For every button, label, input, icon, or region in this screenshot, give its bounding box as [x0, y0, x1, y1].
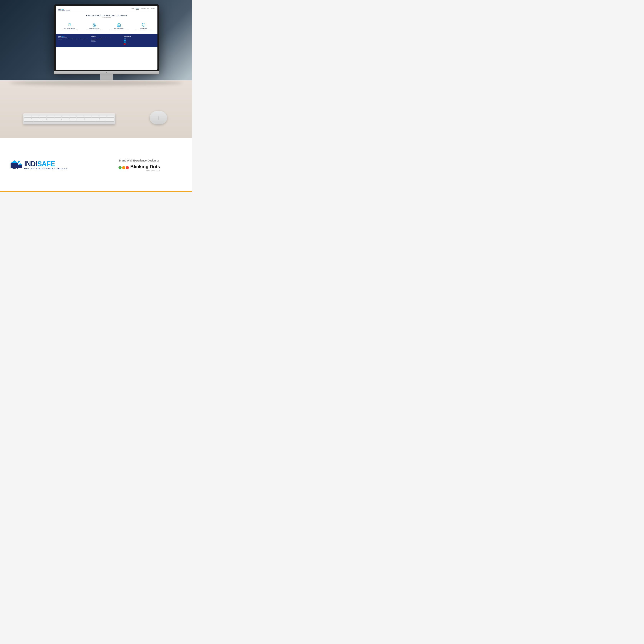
logo-indi: INDI: [58, 8, 61, 10]
svg-rect-3: [11, 163, 18, 169]
social-twitter[interactable]: t Twitter: [124, 40, 155, 41]
bottom-branding-area: INDISAFE MOVING & STORAGE SOLUTIONS Bran…: [0, 138, 192, 192]
key: [92, 119, 99, 120]
key: [32, 118, 39, 119]
hero-subtitle: The Indisafe Advantage: [60, 17, 154, 18]
full-service-icon: [58, 23, 81, 28]
imac-screen: INDISAFE MOVING & STORAGE SOLUTIONS HOME…: [56, 6, 157, 70]
outer-container: INDISAFE MOVING & STORAGE SOLUTIONS HOME…: [0, 0, 192, 192]
secure-desc: State-of-the-art security measures at ou…: [83, 30, 106, 30]
key: [62, 118, 69, 119]
keyboard: [23, 113, 115, 124]
key: [39, 119, 46, 120]
big-logo-text: INDISAFE MOVING & STORAGE SOLUTIONS: [24, 161, 67, 170]
key: [39, 116, 46, 117]
features-section: FULL-SERVICE STORAGE From planning, pack…: [56, 20, 157, 34]
key: [33, 120, 42, 121]
contact-title: Contact Us: [91, 36, 122, 37]
insured-icon: [132, 23, 155, 28]
full-service-desc: From planning, packing, pick-up, drop an…: [58, 30, 81, 30]
key: [105, 120, 114, 121]
full-service-title: FULL-SERVICE STORAGE: [58, 28, 81, 29]
key: [32, 116, 39, 117]
key: [70, 118, 77, 119]
blinking-dots-name: Blinking Dots: [130, 164, 160, 169]
nav-services[interactable]: SERVICES: [141, 8, 146, 10]
svg-rect-5: [18, 165, 22, 168]
site-logo: INDISAFE MOVING & STORAGE SOLUTIONS: [58, 7, 70, 11]
credit-area: Brand Web Experience Design by Blinking …: [96, 159, 182, 171]
insured-desc: Get a protective cover for your trip wit…: [132, 30, 155, 30]
indisafe-logo-icon: [10, 159, 23, 171]
key: [69, 116, 77, 117]
key: [24, 116, 31, 117]
key: [84, 118, 92, 119]
key: [54, 118, 62, 119]
footer-logo-safe: SAFE: [61, 36, 65, 37]
key: [69, 119, 77, 120]
contact-website: www.indisafe.in: [91, 40, 122, 41]
linkedin-label: LinkedIn: [126, 42, 128, 42]
packaging-icon: [107, 23, 131, 28]
key: [62, 119, 69, 120]
logo-safe: SAFE: [61, 8, 64, 10]
pinterest-icon: p: [124, 43, 126, 45]
nav-faq[interactable]: FAQ: [147, 8, 149, 10]
desk-photo-area: INDISAFE MOVING & STORAGE SOLUTIONS HOME…: [0, 0, 192, 138]
dot-red: [126, 166, 129, 169]
key-row-1: [24, 116, 114, 117]
key: [62, 116, 69, 117]
dot-orange: [122, 166, 125, 169]
footer-description: Indisafe Moving & Storage Solutions offe…: [58, 39, 89, 40]
key: [92, 116, 99, 117]
key: [100, 118, 114, 119]
big-logo-row: INDISAFE MOVING & STORAGE SOLUTIONS: [10, 159, 96, 171]
svg-point-9: [19, 168, 21, 170]
footer-logo-indi: INDI: [58, 36, 61, 37]
credit-title: Brand Web Experience Design by: [119, 159, 159, 162]
linkedin-icon: in: [124, 41, 126, 43]
blinking-dots-logo: Blinking Dots brand+design: [118, 164, 160, 171]
key-row-2: [24, 118, 114, 119]
key-row-3: [24, 119, 114, 120]
key: [24, 120, 33, 121]
nav-about[interactable]: ABOUT: [136, 8, 139, 10]
indisafe-logo-area: INDISAFE MOVING & STORAGE SOLUTIONS: [10, 159, 96, 171]
insured-title: FULLY INSURED: [132, 28, 155, 29]
footer-col-social: Stay Connected f Facebook t Twitter in: [124, 36, 155, 45]
key: [99, 119, 114, 120]
key: [39, 118, 47, 119]
nav-contact[interactable]: CONTACT: [151, 8, 155, 10]
svg-point-8: [16, 168, 17, 170]
key: [47, 116, 54, 117]
site-footer: INDISAFE MOVING & STORAGE SOLUTIONS Indi…: [56, 34, 157, 47]
feature-secure: COMPLETELY SECURE State-of-the-art secur…: [82, 22, 106, 31]
mouse: [150, 111, 167, 124]
nav-links: HOME ABOUT SERVICES FAQ CONTACT: [132, 8, 155, 10]
logo-sub: MOVING & STORAGE SOLUTIONS: [58, 10, 70, 11]
key: [96, 120, 105, 121]
key: [54, 116, 62, 117]
key: [84, 119, 92, 120]
twitter-label: Twitter: [126, 40, 128, 41]
big-logo-safe: SAFE: [37, 160, 55, 168]
big-logo-indi: INDI: [24, 160, 37, 168]
hero-title: PROFESSIONAL FROM START TO FINISH: [60, 15, 154, 17]
key: [92, 118, 99, 119]
facebook-icon: f: [124, 38, 126, 39]
key: [54, 119, 61, 120]
key: [107, 116, 114, 117]
nav-home[interactable]: HOME: [132, 8, 134, 10]
contact-address: Survey No : 76 Gundlapochampally Village…: [91, 38, 122, 38]
social-pinterest[interactable]: p Pinterest: [124, 43, 155, 45]
social-facebook[interactable]: f Facebook: [124, 38, 155, 39]
imac-bezel: INDISAFE MOVING & STORAGE SOLUTIONS HOME…: [54, 4, 159, 71]
key: [77, 118, 84, 119]
social-linkedin[interactable]: in LinkedIn: [124, 41, 155, 43]
feature-packaging: QUALITY PACKAGING Your precious belongin…: [107, 22, 131, 31]
desk-shadow: [10, 80, 182, 86]
svg-rect-11: [19, 161, 20, 162]
contact-email: contact@indisafe.in: [91, 41, 122, 42]
contact-phone: +91 40811 76808, 94012 52688, 94012 6788…: [91, 39, 122, 40]
site-hero: PROFESSIONAL FROM START TO FINISH The In…: [56, 12, 157, 20]
